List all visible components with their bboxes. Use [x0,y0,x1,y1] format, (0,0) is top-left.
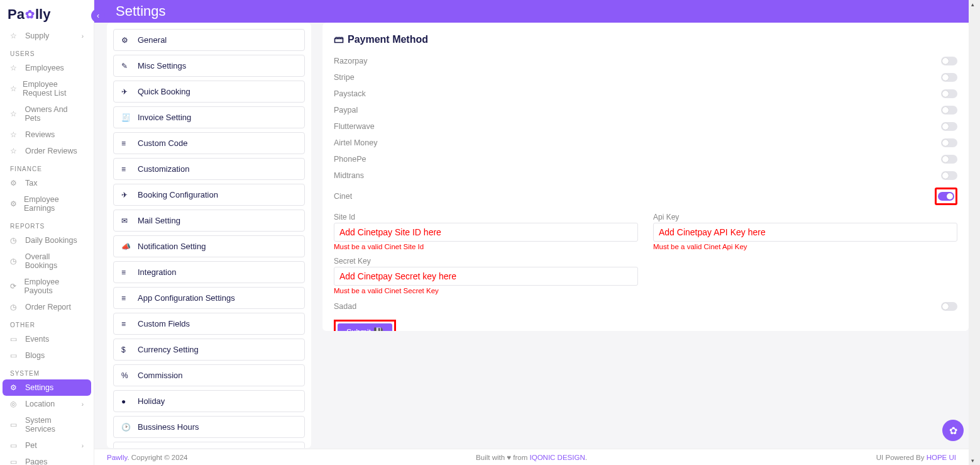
sidebar-item-employee-request-list[interactable]: ☆Employee Request List [3,76,91,101]
category-custom-fields[interactable]: ≡Custom Fields [113,313,305,335]
content-title: 🗃 Payment Method [334,34,957,45]
sidebar-item-pages[interactable]: ▭Pages [3,454,91,465]
category-booking-configuration[interactable]: ✈Booking Configuration [113,184,305,206]
gateway-toggle-midtrans[interactable] [941,171,957,180]
gateway-toggle-flutterwave[interactable] [941,122,957,131]
category-notification-setting[interactable]: 📣Notification Setting [113,235,305,257]
gateway-toggle-razorpay[interactable] [941,57,957,65]
category-label: Integration [138,267,176,277]
sidebar-collapse-button[interactable]: ‹ [91,9,105,23]
sidebar-item-icon: ⚙ [10,179,20,188]
site-id-hint: Must be a valid Cinet Site Id [334,243,638,250]
sidebar-item-events[interactable]: ▭Events [3,331,91,347]
gateway-toggle-airtel-money[interactable] [941,138,957,147]
category-icon: ✈ [121,191,133,199]
sidebar-item-label: Employee Payouts [25,277,84,295]
gateway-toggle-paystack[interactable] [941,89,957,98]
sidebar-item-label: Pages [25,457,47,465]
sidebar-item-pet[interactable]: ▭Pet› [3,437,91,454]
category-label: Misc Settings [138,61,186,70]
category-grooming-bussiness-hours[interactable]: 🕑Grooming Bussiness Hours [113,442,305,448]
category-label: Currency Setting [138,345,199,354]
category-icon: ● [121,397,133,406]
gateway-row-sadad: Sadad [334,298,957,315]
category-label: Customization [138,164,189,174]
sidebar-item-reviews[interactable]: ☆Reviews [3,126,91,143]
sidebar-item-icon: ◎ [10,400,20,408]
category-quick-booking[interactable]: ✈Quick Booking [113,81,305,103]
category-general[interactable]: ⚙General [113,29,305,51]
sidebar-item-icon: ▭ [10,420,20,429]
gateway-toggle-stripe[interactable] [941,73,957,82]
sidebar-item-daily-bookings[interactable]: ◷Daily Bookings [3,232,91,249]
gateway-row-phonepe: PhonePe [334,151,957,167]
gateway-row-paypal: Paypal [334,102,957,118]
category-icon: 🕑 [121,423,133,432]
site-id-input[interactable] [334,223,638,242]
category-integration[interactable]: ≡Integration [113,261,305,283]
category-label: Quick Booking [138,87,190,96]
gateway-name: PhonePe [334,155,366,164]
sidebar-item-location[interactable]: ◎Location› [3,396,91,412]
fab-button[interactable]: ✿ [942,420,964,441]
category-custom-code[interactable]: ≡Custom Code [113,132,305,154]
sidebar-item-label: Blogs [25,351,45,360]
sidebar-item-settings[interactable]: ⚙Settings [3,379,91,396]
gateway-toggle-cinet[interactable] [938,192,954,201]
sidebar-item-label: Employee Earnings [24,195,84,213]
category-icon: ≡ [121,165,133,174]
category-icon: ≡ [121,139,133,148]
gateway-name: Flutterwave [334,122,375,131]
sidebar-item-label: Pet [25,441,37,450]
sidebar-item-label: Daily Bookings [25,236,77,245]
category-misc-settings[interactable]: ✎Misc Settings [113,55,305,77]
sidebar-item-label: Events [25,335,49,344]
category-icon: ✈ [121,87,133,96]
category-invoice-setting[interactable]: 🧾Invoice Setting [113,106,305,128]
gateway-toggle-phonepe[interactable] [941,155,957,164]
sidebar-item-employee-payouts[interactable]: ⟳Employee Payouts [3,274,91,299]
sidebar-item-label: Reviews [25,130,55,139]
gateway-name: Midtrans [334,171,364,180]
sidebar-item-blogs[interactable]: ▭Blogs [3,347,91,364]
category-currency-setting[interactable]: $Currency Setting [113,339,305,361]
submit-button[interactable]: Submit 💾 [338,323,392,331]
sidebar-item-icon: ☆ [10,64,20,72]
sidebar-item-system-services[interactable]: ▭System Services [3,412,91,437]
gateway-toggle-sadad[interactable] [941,302,957,311]
category-bussiness-hours[interactable]: 🕑Bussiness Hours [113,416,305,438]
sidebar-item-overall-bookings[interactable]: ◷Overall Bookings [3,249,91,274]
sidebar-item-order-reviews[interactable]: ☆Order Reviews [3,143,91,159]
category-label: Custom Code [138,138,187,148]
category-mail-setting[interactable]: ✉Mail Setting [113,210,305,232]
sidebar-item-owners-and-pets[interactable]: ☆Owners And Pets [3,101,91,126]
secret-key-input[interactable] [334,267,638,286]
sidebar-item-icon: ⚙ [10,383,20,392]
chevron-right-icon: › [82,401,84,408]
sidebar-item-supply[interactable]: ☆Supply› [3,28,91,44]
sidebar-item-employee-earnings[interactable]: ⚙Employee Earnings [3,191,91,216]
toggle-highlight [935,188,957,205]
sidebar-header: REPORTS [3,216,91,232]
sidebar-header: FINANCE [3,159,91,175]
sidebar-item-icon: ▭ [10,441,20,450]
api-key-hint: Must be a valid Cinet Api Key [653,243,957,250]
category-commission[interactable]: %Commission [113,364,305,386]
sidebar-item-order-report[interactable]: ◷Order Report [3,299,91,315]
category-icon: ≡ [121,320,133,328]
gateway-toggle-paypal[interactable] [941,106,957,115]
gateway-row-airtel-money: Airtel Money [334,135,957,151]
category-label: General [138,35,167,45]
category-holiday[interactable]: ●Holiday [113,390,305,412]
gateway-name: Paypal [334,106,358,115]
secret-key-label: Secret Key [334,257,638,266]
api-key-input[interactable] [653,223,957,242]
chevron-right-icon: › [82,442,84,449]
category-customization[interactable]: ≡Customization [113,158,305,180]
sidebar-item-label: Order Reviews [25,147,77,155]
category-app-configuration-settings[interactable]: ≡App Configuration Settings [113,287,305,309]
sidebar-item-employees[interactable]: ☆Employees [3,60,91,76]
secret-key-hint: Must be a valid Cinet Secret Key [334,287,638,294]
category-icon: ≡ [121,268,133,277]
sidebar-item-tax[interactable]: ⚙Tax [3,175,91,191]
